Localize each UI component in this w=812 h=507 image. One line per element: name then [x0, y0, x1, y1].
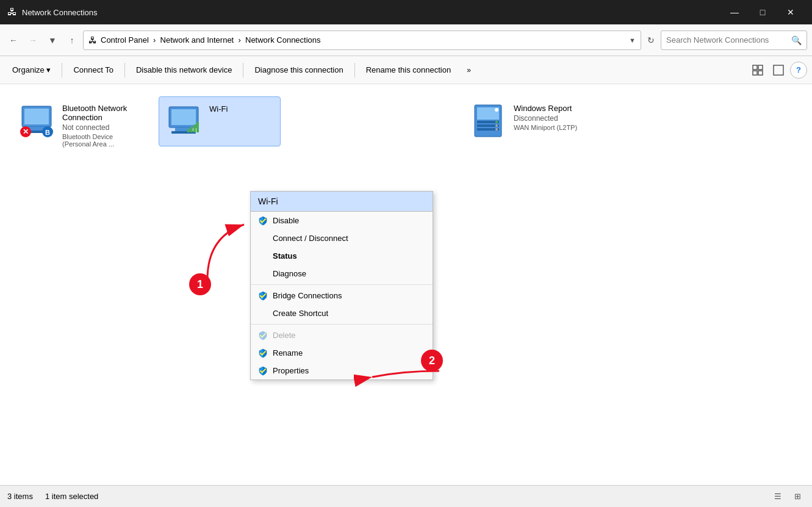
view-grid-icon: [752, 65, 763, 76]
context-menu-diagnose[interactable]: Diagnose: [251, 265, 433, 282]
search-input[interactable]: [666, 35, 788, 45]
toolbar-separator-4: [354, 63, 355, 77]
organize-button[interactable]: Organize ▾: [5, 59, 58, 81]
shield-icon-properties: [258, 366, 268, 376]
network-item-windows-report[interactable]: Windows Report Disconnected WAN Miniport…: [464, 96, 586, 145]
svg-text:B: B: [45, 129, 50, 136]
address-path: Control Panel › Network and Internet › N…: [101, 35, 623, 45]
app-icon: 🖧: [7, 7, 17, 18]
svg-rect-17: [187, 129, 190, 132]
context-menu-rename[interactable]: Rename: [251, 344, 433, 362]
wifi-item-text: Wi-Fi: [209, 104, 228, 113]
context-menu-create-shortcut[interactable]: Create Shortcut: [251, 304, 433, 322]
svg-rect-3: [758, 71, 763, 75]
svg-rect-4: [774, 65, 783, 75]
svg-point-29: [495, 128, 498, 131]
recent-button[interactable]: ▼: [44, 32, 61, 49]
view-list-icon: [773, 65, 784, 76]
maximize-button[interactable]: □: [749, 0, 777, 24]
windows-report-item-text: Windows Report Disconnected WAN Miniport…: [514, 104, 577, 131]
shield-icon-rename: [258, 348, 268, 358]
address-icon: 🖧: [88, 35, 97, 45]
connect-to-button[interactable]: Connect To: [66, 59, 121, 81]
address-dropdown-icon[interactable]: ▼: [629, 37, 636, 44]
windows-report-item-name: Windows Report: [514, 104, 577, 113]
context-menu-bridge-connections[interactable]: Bridge Connections: [251, 287, 433, 304]
context-menu-delete: Delete: [251, 326, 433, 344]
more-button[interactable]: »: [459, 59, 478, 81]
status-bar: 3 items 1 item selected ☰ ⊞: [0, 485, 812, 507]
window-title: Network Connections: [22, 8, 98, 17]
shield-icon-delete: [258, 331, 268, 340]
context-menu: Wi-Fi Disable Connect / Disconnect Statu…: [250, 191, 433, 380]
svg-rect-6: [24, 109, 49, 124]
context-menu-disable[interactable]: Disable: [251, 212, 433, 229]
toolbar-separator-1: [62, 63, 62, 77]
network-item-bluetooth[interactable]: ✕ B Bluetooth Network Connection Not con…: [12, 96, 134, 473]
title-bar-controls: — □ ✕: [720, 0, 805, 24]
view-toggle-button[interactable]: [749, 62, 767, 79]
svg-point-28: [495, 124, 498, 127]
back-button[interactable]: ←: [5, 32, 22, 49]
svg-rect-20: [196, 122, 199, 132]
close-button[interactable]: ✕: [777, 0, 805, 24]
svg-rect-1: [758, 65, 763, 70]
bluetooth-icon-container: ✕ B: [17, 101, 56, 140]
windows-report-icon-container: [469, 101, 508, 140]
context-menu-sep-2: [251, 324, 433, 325]
title-bar-left: 🖧 Network Connections: [7, 7, 98, 18]
annotation-2: 2: [421, 350, 443, 372]
svg-rect-2: [753, 71, 757, 75]
context-menu-status[interactable]: Status: [251, 247, 433, 265]
up-button[interactable]: ↑: [63, 32, 81, 49]
bluetooth-item-name: Bluetooth Network Connection: [62, 104, 129, 122]
address-field[interactable]: 🖧 Control Panel › Network and Internet ›…: [83, 31, 641, 50]
view-list-button[interactable]: [769, 62, 788, 79]
refresh-button[interactable]: ↻: [644, 34, 658, 46]
help-button[interactable]: ?: [790, 62, 807, 79]
context-menu-header: Wi-Fi: [251, 192, 433, 212]
toolbar-separator-2: [124, 63, 125, 77]
search-icon: 🔍: [791, 35, 802, 45]
annotation-circle-2: 2: [421, 350, 443, 372]
disable-button[interactable]: Disable this network device: [129, 59, 240, 81]
context-menu-sep-1: [251, 284, 433, 285]
bluetooth-item-text: Bluetooth Network Connection Not connect…: [62, 104, 129, 148]
wifi-icon-container: [164, 102, 203, 141]
shield-icon-disable: [258, 216, 268, 226]
forward-button[interactable]: →: [24, 32, 41, 49]
title-bar: 🖧 Network Connections — □ ✕: [0, 0, 812, 24]
shield-icon-bridge: [258, 291, 268, 301]
svg-point-26: [495, 108, 498, 112]
svg-point-27: [495, 121, 498, 123]
svg-rect-0: [753, 65, 757, 70]
svg-text:✕: ✕: [23, 128, 29, 136]
annotation-circle-1: 1: [189, 273, 211, 295]
rename-button[interactable]: Rename this connection: [359, 59, 458, 81]
bluetooth-item-type: Bluetooth Device (Personal Area ...: [62, 133, 129, 148]
annotation-1: 1: [189, 273, 211, 295]
toolbar-right: ?: [749, 62, 807, 79]
svg-rect-19: [193, 124, 196, 132]
svg-rect-18: [190, 127, 193, 132]
windows-report-item-status: Disconnected: [514, 114, 577, 123]
status-view-grid-button[interactable]: ⊞: [790, 489, 805, 504]
wifi-computer-icon: [164, 102, 203, 141]
selected-count: 1 item selected: [45, 492, 98, 501]
minimize-button[interactable]: —: [720, 0, 749, 24]
toolbar: Organize ▾ Connect To Disable this netwo…: [0, 56, 812, 84]
wifi-item-name: Wi-Fi: [209, 104, 228, 113]
search-box[interactable]: 🔍: [661, 31, 807, 50]
context-menu-connect-disconnect[interactable]: Connect / Disconnect: [251, 229, 433, 247]
context-menu-properties[interactable]: Properties: [251, 362, 433, 379]
address-bar: ← → ▼ ↑ 🖧 Control Panel › Network and In…: [0, 24, 812, 56]
windows-report-computer-icon: [469, 101, 508, 140]
svg-rect-14: [171, 109, 196, 125]
network-item-wifi[interactable]: Wi-Fi: [159, 96, 281, 146]
diagnose-button[interactable]: Diagnose this connection: [247, 59, 350, 81]
windows-report-item-type: WAN Miniport (L2TP): [514, 124, 577, 131]
bluetooth-item-status: Not connected: [62, 123, 129, 132]
status-view-list-button[interactable]: ☰: [771, 489, 785, 504]
toolbar-separator-3: [243, 63, 243, 77]
items-count: 3 items: [7, 492, 33, 501]
